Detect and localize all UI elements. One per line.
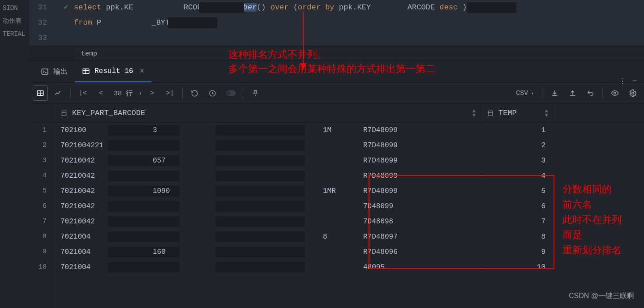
pin-icon[interactable]	[248, 86, 263, 101]
refresh-icon[interactable]	[187, 86, 202, 101]
table-row[interactable]: 7021004210901MRR7D480995	[54, 184, 644, 199]
view-chart-icon[interactable]	[51, 86, 66, 101]
table-row[interactable]: 70210048R7D480978	[54, 229, 644, 244]
sql-editor[interactable]: 31✓select ppk.KE RCODE,row_number() over…	[29, 0, 644, 46]
toggle-switch[interactable]	[226, 90, 236, 96]
table-row[interactable]: 70210042057R7D480993	[54, 153, 644, 168]
table-row[interactable]: 7021004221R7D480992	[54, 138, 644, 153]
column-icon	[487, 110, 494, 117]
annotation-side-note: 分数相同的前六名此时不在并列而是重新划分排名	[562, 183, 622, 259]
download-icon[interactable]	[547, 86, 562, 101]
row-number-gutter: 12345678910	[29, 104, 54, 308]
svg-rect-1	[83, 69, 89, 74]
result-tabs: 输出 Result 16 × 这种排名方式不并列。 多个第一之间会用某种特殊的方…	[29, 61, 644, 82]
rail-item[interactable]: SION	[0, 2, 29, 14]
table-row[interactable]: 702100427D480996	[54, 199, 644, 214]
history-icon[interactable]	[205, 86, 220, 101]
results-panel: 输出 Result 16 × 这种排名方式不并列。 多个第一之间会用某种特殊的方…	[29, 60, 644, 308]
close-tab-icon[interactable]: ×	[139, 67, 144, 76]
nav-first-icon[interactable]: |<	[75, 86, 90, 101]
row-count-label: 38 行	[111, 89, 135, 98]
sort-icon[interactable]: ▲▼	[472, 109, 476, 118]
table-row[interactable]: 70210031MR7D480991	[54, 123, 644, 138]
table-row[interactable]: 70210044809510	[54, 260, 644, 275]
table-icon	[82, 67, 90, 75]
column-icon	[60, 110, 68, 117]
table-row[interactable]: 702100427D480987	[54, 214, 644, 229]
eye-icon[interactable]	[607, 86, 623, 101]
terminal-icon	[41, 68, 49, 76]
data-grid[interactable]: KEY_PART_BARCODE ▲▼ TEMP ▲▼ 70210031MR7D…	[54, 104, 644, 308]
table-row[interactable]: 70210042R7D480994	[54, 168, 644, 184]
svg-point-4	[614, 92, 616, 94]
revert-icon[interactable]	[583, 86, 598, 101]
view-table-icon[interactable]	[33, 86, 48, 101]
rail-item[interactable]: TERIAL	[0, 28, 29, 40]
svg-rect-7	[488, 111, 492, 116]
svg-rect-6	[62, 111, 66, 116]
upload-icon[interactable]	[565, 86, 580, 101]
column-header[interactable]: KEY_PART_BARCODE ▲▼	[54, 104, 481, 122]
results-toolbar: |< < 38 行 ▾ > >| C	[29, 82, 644, 104]
nav-last-icon[interactable]: >|	[163, 86, 178, 101]
export-csv-button[interactable]: CSV▾	[512, 90, 537, 97]
chevron-down-icon[interactable]: ▾	[139, 90, 142, 96]
nav-prev-icon[interactable]: <	[93, 86, 108, 101]
table-row[interactable]: 7021004160R7D480969	[54, 244, 644, 260]
tab-result[interactable]: Result 16 ×	[75, 61, 151, 82]
sort-icon[interactable]: ▲▼	[545, 109, 548, 118]
svg-rect-0	[42, 69, 48, 74]
nav-next-icon[interactable]: >	[145, 86, 160, 101]
settings-icon[interactable]	[625, 86, 640, 101]
column-header[interactable]: TEMP ▲▼	[481, 104, 553, 122]
annotation-top-note: 这种排名方式不并列。 多个第一之间会用某种特殊的方式排出第一第二	[228, 48, 435, 77]
tab-output[interactable]: 输出	[34, 61, 75, 82]
rail-item[interactable]: 动作表	[0, 14, 29, 28]
watermark: CSDN @一键三联啊	[569, 291, 634, 301]
svg-point-5	[632, 92, 634, 94]
left-rail: SION 动作表 TERIAL	[0, 0, 29, 308]
